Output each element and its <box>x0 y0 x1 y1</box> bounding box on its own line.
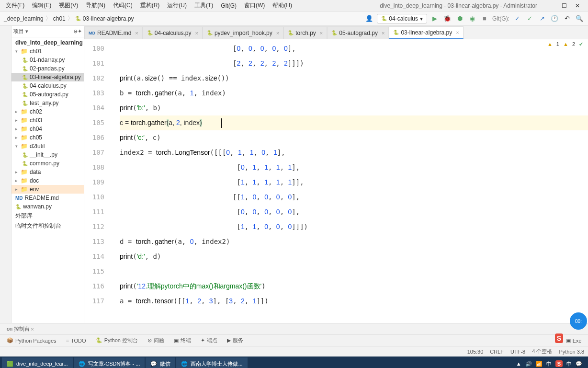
stop-icon[interactable]: ■ <box>480 14 489 23</box>
tree-item-ch05[interactable]: 📁 ch05 <box>11 133 84 142</box>
close-icon[interactable]: × <box>276 30 279 36</box>
git-update-icon[interactable]: ✓ <box>512 14 522 23</box>
git-commit-icon[interactable]: ✓ <box>525 14 534 23</box>
close-icon[interactable]: × <box>382 30 384 36</box>
tree-item-ch04[interactable]: 📁 ch04 <box>11 125 84 133</box>
run-config-select[interactable]: 🐍 04-calculus ▾ <box>377 14 427 23</box>
folder-icon: 📁 <box>21 108 28 115</box>
ime-indicator[interactable]: S <box>555 334 563 343</box>
tree-item-common-py[interactable]: 🐍 common.py <box>11 159 84 168</box>
gear-icon[interactable]: ✦ <box>78 28 82 34</box>
git-push-icon[interactable]: ↗ <box>537 14 547 23</box>
python-interpreter[interactable]: Python 3.8 <box>559 349 584 355</box>
tray-expand-icon[interactable]: ▲ <box>516 361 521 367</box>
tree-item-env[interactable]: 📁 env <box>11 185 84 194</box>
network-icon[interactable]: 📶 <box>536 361 543 367</box>
tree-item-ch01[interactable]: 📁 ch01 <box>11 47 84 56</box>
task-item[interactable]: 🌐 西南大学博士大佬做... <box>176 357 247 368</box>
breadcrumb-item[interactable]: 03-linear-algebra.py <box>83 15 134 22</box>
menu-help[interactable]: 帮助(H) <box>269 1 296 10</box>
tree-item-wanwan-py[interactable]: 🐍 wanwan.py <box>11 202 84 211</box>
menu-code[interactable]: 代码(C) <box>109 1 136 10</box>
minimize-icon[interactable]: — <box>546 2 555 9</box>
profile-icon[interactable]: ◉ <box>467 14 477 23</box>
git-rollback-icon[interactable]: ↶ <box>562 14 572 23</box>
fold-column[interactable] <box>111 39 120 323</box>
tool-endpoints[interactable]: ✦ 端点 <box>196 337 222 344</box>
tree-item-__init__-py[interactable]: 🐍 __init__.py <box>11 150 84 159</box>
run-icon[interactable]: ▶ <box>430 14 440 23</box>
inspection-widget[interactable]: ▲1 ▲2 ✔ <box>547 41 583 47</box>
code-editor[interactable]: ▲1 ▲2 ✔ 100 101 102 103 104 105 106 107 … <box>84 39 588 323</box>
collapse-icon[interactable]: ⊖ <box>73 28 78 34</box>
sogou-icon[interactable]: S <box>555 360 563 367</box>
caret-position[interactable]: 105:30 <box>467 349 484 355</box>
tool-problems[interactable]: ⊘ 问题 <box>143 337 169 344</box>
tool-python-console[interactable]: 🐍 Python 控制台 <box>91 337 143 344</box>
volume-icon[interactable]: 🔊 <box>525 361 532 367</box>
ime-label[interactable]: 中 <box>546 360 552 368</box>
breadcrumb-item[interactable]: _deep_learning <box>4 15 44 22</box>
close-icon[interactable]: × <box>31 326 34 332</box>
editor-tab[interactable]: 🐍 05-autograd.py× <box>327 26 389 39</box>
menu-window[interactable]: 窗口(W) <box>240 1 269 10</box>
scratches[interactable]: 临时文件和控制台 <box>11 221 84 231</box>
close-icon[interactable]: × <box>456 30 459 35</box>
menu-view[interactable]: 视图(V) <box>55 1 82 10</box>
file-encoding[interactable]: UTF-8 <box>510 349 525 355</box>
tool-services[interactable]: ▶ 服务 <box>222 337 248 344</box>
editor-tab[interactable]: 🐍 torch.py× <box>283 26 327 39</box>
coverage-icon[interactable]: ⬢ <box>455 14 464 23</box>
tool-terminal[interactable]: ▣ 终端 <box>169 337 196 344</box>
tree-item-doc[interactable]: 📁 doc <box>11 176 84 185</box>
editor-tab[interactable]: 🐍 pydev_import_hook.py× <box>203 26 283 39</box>
close-icon[interactable]: ✕ <box>573 2 582 9</box>
editor-tab[interactable]: 🐍 03-linear-algebra.py× <box>389 26 463 39</box>
notification-icon[interactable]: 💬 <box>576 361 582 367</box>
project-root[interactable]: dive_into_deep_learning C:\U <box>11 38 84 47</box>
close-icon[interactable]: × <box>135 30 138 36</box>
menu-tools[interactable]: 工具(T) <box>191 1 217 10</box>
close-icon[interactable]: × <box>320 30 323 36</box>
external-libs[interactable]: 外部库 <box>11 211 84 221</box>
tree-item-data[interactable]: 📁 data <box>11 168 84 176</box>
tree-item-test_any-py[interactable]: 🐍 test_any.py <box>11 99 84 107</box>
task-item[interactable]: 🌐 写文章-CSDN博客 - ... <box>74 357 145 368</box>
menu-run[interactable]: 运行(U) <box>163 1 191 10</box>
tool-python-packages[interactable]: 📦 Python Packages <box>2 337 61 344</box>
menu-navigate[interactable]: 导航(N) <box>82 1 109 10</box>
git-history-icon[interactable]: 🕐 <box>550 14 559 23</box>
debug-icon[interactable]: 🐞 <box>442 14 452 23</box>
maximize-icon[interactable]: ☐ <box>559 2 569 9</box>
task-item[interactable]: 💬 微信 <box>146 357 175 368</box>
tree-item-README-md[interactable]: MD README.md <box>11 194 84 202</box>
event-log-icon[interactable]: ▣ Exc <box>561 337 586 344</box>
tree-item-d2lutil[interactable]: 📁 d2lutil <box>11 142 84 150</box>
editor-tab[interactable]: MD README.md× <box>84 26 143 39</box>
menu-refactor[interactable]: 重构(R) <box>136 1 164 10</box>
tree-item-05-autograd-py[interactable]: 🐍 05-autograd.py <box>11 90 84 99</box>
search-icon[interactable]: 🔍 <box>575 14 584 23</box>
tool-todo[interactable]: ≡ TODO <box>61 338 91 344</box>
tree-item-03-linear-algebra-py[interactable]: 🐍 03-linear-algebra.py <box>11 73 84 81</box>
tree-item-ch03[interactable]: 📁 ch03 <box>11 116 84 125</box>
left-gutter[interactable] <box>0 26 11 323</box>
menu-edit[interactable]: 编辑(E) <box>28 1 55 10</box>
close-icon[interactable]: × <box>195 30 198 36</box>
line-separator[interactable]: CRLF <box>490 349 504 355</box>
menu-git[interactable]: Git(G) <box>217 2 240 9</box>
task-item[interactable]: 🟩 dive_into_deep_lear... <box>2 357 73 368</box>
editor-tab[interactable]: 🐍 04-calculus.py× <box>143 26 203 39</box>
tree-item-02-pandas-py[interactable]: 🐍 02-pandas.py <box>11 64 84 73</box>
tree-item-01-ndarray-py[interactable]: 🐍 01-ndarray.py <box>11 56 84 64</box>
console-tab[interactable]: on 控制台× <box>4 325 37 333</box>
indent-setting[interactable]: 4 个空格 <box>532 348 552 355</box>
menu-file[interactable]: 文件(F) <box>2 1 28 10</box>
system-tray[interactable]: ▲ 🔊 📶 中 S 中 💬 <box>512 360 586 368</box>
breadcrumb-item[interactable]: ch01 <box>53 15 66 22</box>
tree-item-04-calculus-py[interactable]: 🐍 04-calculus.py <box>11 81 84 90</box>
user-icon[interactable]: 👤 <box>364 14 374 23</box>
code-content[interactable]: [0, 0, 0, 0, 0], [2, 2, 2, 2, 2]]]) prin… <box>120 39 588 323</box>
ime-label-2[interactable]: 中 <box>566 360 572 368</box>
tree-item-ch02[interactable]: 📁 ch02 <box>11 107 84 116</box>
